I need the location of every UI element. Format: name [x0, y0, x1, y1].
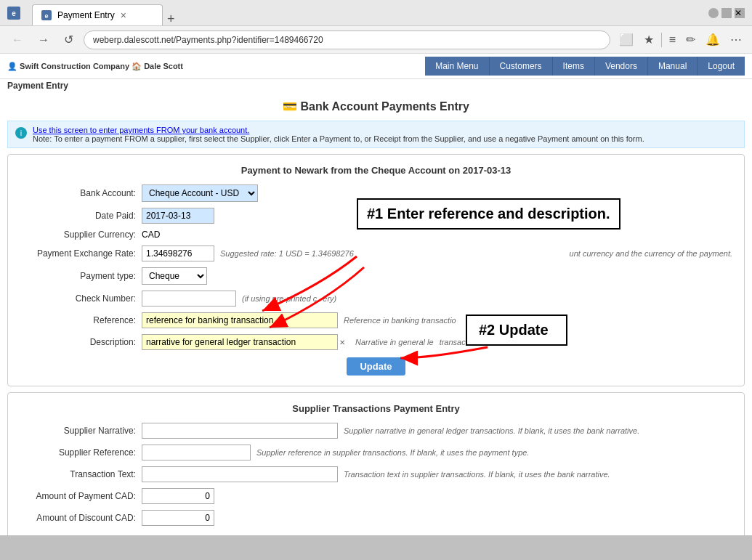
- supplier-reference-input[interactable]: [142, 445, 251, 460]
- nav-logout[interactable]: Logout: [698, 57, 745, 76]
- reference-label: Reference:: [20, 315, 136, 325]
- browser-icon: e: [7, 7, 20, 20]
- company-info: 👤 Swift Construction Company 🏠 Dale Scot…: [7, 62, 183, 71]
- transaction-text-label: Transaction Text:: [20, 469, 136, 479]
- page-title-icon: 💳: [283, 100, 300, 113]
- page-title: Bank Account Payments Entry: [301, 100, 469, 113]
- exchange-rate-label: Payment Exchange Rate:: [20, 248, 136, 259]
- supplier-reference-label: Supplier Reference:: [20, 447, 136, 458]
- close-btn[interactable]: ✕: [735, 8, 745, 18]
- supplier-form-section: Supplier Transactions Payment Entry Supp…: [7, 392, 745, 535]
- nav-vendors[interactable]: Vendors: [595, 57, 648, 76]
- info-link[interactable]: Use this screen to enter payments FROM y…: [33, 126, 249, 134]
- supplier-narrative-label: Supplier Narrative:: [20, 426, 136, 436]
- exchange-rate-hint2: unt currency and the currency of the pay…: [570, 249, 732, 258]
- maximize-btn[interactable]: [721, 8, 732, 18]
- transaction-text-input[interactable]: [142, 466, 338, 482]
- back-button[interactable]: ←: [7, 32, 28, 48]
- address-bar[interactable]: [84, 31, 610, 49]
- check-number-hint: (if using pre-printed c: [242, 294, 317, 303]
- form-title: Payment to Newark from the Cheque Accoun…: [20, 165, 732, 176]
- payment-type-select[interactable]: Cheque: [142, 267, 207, 285]
- supplier-currency-row: Supplier Currency: CAD: [20, 230, 732, 240]
- refresh-button[interactable]: ↺: [60, 31, 78, 48]
- transaction-text-hint: Transaction text in supplier transaction…: [344, 470, 610, 479]
- app-header: 👤 Swift Construction Company 🏠 Dale Scot…: [0, 54, 752, 79]
- transaction-text-row: Transaction Text: Transaction text in su…: [20, 466, 732, 482]
- bookmark-icon[interactable]: ★: [641, 31, 657, 48]
- description-input[interactable]: [142, 334, 338, 350]
- menu-icon[interactable]: ≡: [666, 32, 679, 48]
- tab-favicon: e: [41, 10, 52, 20]
- bank-account-select[interactable]: Cheque Account - USD: [142, 184, 258, 202]
- company-icon: 👤: [7, 62, 20, 70]
- supplier-narrative-hint: Supplier narrative in general ledger tra…: [344, 426, 639, 435]
- reference-input[interactable]: [142, 312, 338, 328]
- window-controls: ✕: [708, 8, 745, 18]
- supplier-form-title: Supplier Transactions Payment Entry: [20, 403, 732, 414]
- exchange-rate-row: Payment Exchange Rate: Suggested rate: 1…: [20, 245, 732, 261]
- nav-customers[interactable]: Customers: [490, 57, 553, 76]
- company-name: Swift Construction Company: [20, 62, 129, 70]
- check-number-label: Check Number:: [20, 293, 136, 304]
- more-icon[interactable]: ⋯: [727, 31, 745, 48]
- info-box: i Use this screen to enter payments FROM…: [7, 121, 745, 148]
- supplier-currency-label: Supplier Currency:: [20, 230, 136, 240]
- update-button[interactable]: Update: [347, 357, 405, 376]
- supplier-reference-hint: Supplier reference in supplier transacti…: [256, 448, 529, 457]
- browser-titlebar: e e Payment Entry × + ✕: [0, 0, 752, 26]
- tab-close-btn[interactable]: ×: [121, 9, 126, 21]
- edit-icon[interactable]: ✏: [683, 31, 698, 48]
- date-paid-input[interactable]: [142, 208, 214, 224]
- payment-amount-input[interactable]: [142, 488, 214, 504]
- new-tab-btn[interactable]: +: [167, 12, 175, 25]
- reader-icon[interactable]: ⬜: [616, 31, 636, 48]
- description-label: Description:: [20, 337, 136, 347]
- nav-items[interactable]: Items: [553, 57, 595, 76]
- supplier-narrative-row: Supplier Narrative: Supplier narrative i…: [20, 423, 732, 439]
- browser-toolbar: ← → ↺ ⬜ ★ ≡ ✏ 🔔 ⋯: [0, 26, 752, 54]
- payment-type-row: Payment type: Cheque: [20, 267, 732, 285]
- payment-type-label: Payment type:: [20, 271, 136, 281]
- info-icon: i: [15, 127, 27, 139]
- description-clear-btn[interactable]: ✕: [338, 338, 347, 346]
- browser-tab[interactable]: e Payment Entry ×: [32, 4, 163, 25]
- annotation-box-2: #2 Update: [466, 315, 567, 346]
- bank-account-label: Bank Account:: [20, 188, 136, 198]
- page-title-bar: 💳 Bank Account Payments Entry: [0, 92, 752, 121]
- supplier-reference-row: Supplier Reference: Supplier reference i…: [20, 445, 732, 460]
- reference-row: Reference: Reference in banking transact…: [20, 312, 732, 328]
- info-line2: Note: To enter a payment FROM a supplier…: [33, 134, 644, 143]
- page-content: 👤 Swift Construction Company 🏠 Dale Scot…: [0, 54, 752, 535]
- supplier-narrative-input[interactable]: [142, 423, 338, 439]
- check-number-hint2: ery): [323, 294, 336, 303]
- reference-hint: Reference in banking transactio: [344, 316, 456, 325]
- toolbar-icons: ⬜ ★ ≡ ✏ 🔔 ⋯: [616, 31, 745, 48]
- breadcrumb: Payment Entry: [0, 79, 752, 92]
- svg-text:e: e: [44, 12, 48, 20]
- description-hint: Narrative in general le: [355, 338, 434, 346]
- discount-amount-label: Amount of Discount CAD:: [20, 513, 136, 523]
- check-number-input[interactable]: [142, 291, 236, 307]
- discount-amount-row: Amount of Discount CAD:: [20, 510, 732, 526]
- notification-icon[interactable]: 🔔: [703, 31, 723, 48]
- payment-form-section: Payment to Newark from the Cheque Accoun…: [7, 154, 745, 386]
- check-number-row: Check Number: (if using pre-printed c er…: [20, 291, 732, 307]
- discount-amount-input[interactable]: [142, 510, 214, 526]
- date-paid-label: Date Paid:: [20, 211, 136, 221]
- username: Dale Scott: [144, 62, 183, 70]
- info-line1: Use this screen to enter payments FROM y…: [33, 126, 644, 134]
- update-btn-row: Update: [20, 357, 732, 376]
- nav-manual[interactable]: Manual: [648, 57, 698, 76]
- exchange-rate-input[interactable]: [142, 245, 214, 261]
- svg-text:e: e: [12, 9, 16, 17]
- nav-main-menu[interactable]: Main Menu: [425, 57, 489, 76]
- info-text: Use this screen to enter payments FROM y…: [33, 126, 644, 143]
- nav-menu: Main Menu Customers Items Vendors Manual…: [425, 57, 745, 76]
- payment-amount-label: Amount of Payment CAD:: [20, 491, 136, 501]
- user-icon: 🏠: [132, 62, 144, 70]
- tab-title: Payment Entry: [57, 10, 115, 20]
- forward-button[interactable]: →: [33, 32, 54, 48]
- payment-amount-row: Amount of Payment CAD:: [20, 488, 732, 504]
- minimize-btn[interactable]: [708, 8, 719, 18]
